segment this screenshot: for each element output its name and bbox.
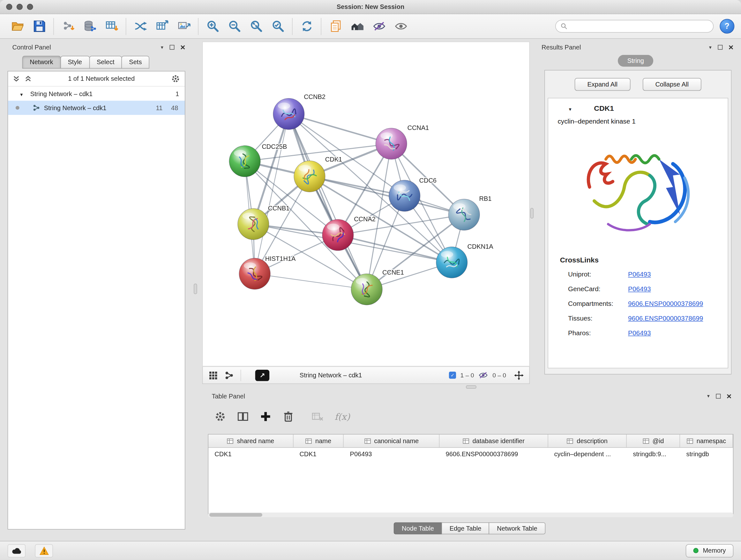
network-canvas[interactable]: CCNB2CCNA1CDC25BCDK1CDC6RB1CCNB1CCNA2CDK… xyxy=(202,42,530,366)
table-panel-title: Table Panel xyxy=(204,393,245,400)
function-builder-icon[interactable]: f(x) xyxy=(334,411,350,422)
show-columns-icon[interactable] xyxy=(237,411,249,422)
help-button[interactable] xyxy=(720,19,734,34)
scrollbar-track[interactable] xyxy=(208,512,734,517)
cloud-icon[interactable] xyxy=(8,544,25,557)
network-node-CCNA2[interactable] xyxy=(322,219,354,251)
column-header-namespac[interactable]: namespac xyxy=(680,435,733,447)
tab-select[interactable]: Select xyxy=(89,56,122,69)
search-box[interactable] xyxy=(555,20,714,33)
tab-edge-table[interactable]: Edge Table xyxy=(441,522,489,534)
table-row[interactable]: CDK1CDK1P064939606.ENSP00000378699cyclin… xyxy=(208,448,733,460)
panel-float-icon[interactable] xyxy=(716,394,721,399)
crosslink-genecard-link[interactable]: P06493 xyxy=(628,285,651,293)
table-cell[interactable]: CDK1 xyxy=(293,450,344,457)
selected-nodes-checkbox[interactable] xyxy=(449,372,456,379)
table-cell[interactable]: P06493 xyxy=(344,450,440,457)
panel-close-icon[interactable] xyxy=(727,394,732,399)
import-network-file-icon[interactable] xyxy=(57,16,79,36)
zoom-out-icon[interactable] xyxy=(223,16,245,36)
import-network-database-icon[interactable] xyxy=(79,16,100,36)
table-cell[interactable]: stringdb xyxy=(680,450,733,457)
crosslink-uniprot-link[interactable]: P06493 xyxy=(628,270,651,278)
collapse-all-button[interactable]: Collapse All xyxy=(643,78,701,91)
add-column-icon[interactable] xyxy=(260,411,271,422)
memory-button[interactable]: Memory xyxy=(686,544,733,557)
panel-menu-icon[interactable] xyxy=(160,45,164,50)
column-header-description[interactable]: description xyxy=(548,435,627,447)
network-node-CDC6[interactable] xyxy=(389,180,420,211)
new-network-icon[interactable] xyxy=(130,16,151,36)
tab-style[interactable]: Style xyxy=(60,56,90,69)
splitter-handle-left[interactable] xyxy=(194,284,197,294)
tree-expander-icon[interactable] xyxy=(19,90,23,97)
table-cell[interactable]: CDK1 xyxy=(208,450,293,457)
network-node-CCNA1[interactable] xyxy=(376,128,407,159)
birdseye-view-button[interactable] xyxy=(255,369,269,381)
crosslink-pharos-link[interactable]: P06493 xyxy=(628,329,651,336)
tab-network-table[interactable]: Network Table xyxy=(489,522,545,534)
delete-column-icon[interactable] xyxy=(283,411,294,422)
column-header-name[interactable]: name xyxy=(293,435,344,447)
hide-selected-eye-icon[interactable] xyxy=(368,16,390,36)
network-row-selected[interactable]: String Network – cdk1 11 48 xyxy=(8,101,185,115)
export-image-icon[interactable] xyxy=(173,16,195,36)
network-view-icon[interactable] xyxy=(224,370,234,380)
network-node-CDK1[interactable] xyxy=(294,161,325,192)
table-settings-gear-icon[interactable] xyxy=(214,411,226,422)
save-icon[interactable] xyxy=(28,16,50,36)
tab-network[interactable]: Network xyxy=(22,56,61,69)
zoom-in-icon[interactable] xyxy=(202,16,223,36)
network-node-RB1[interactable] xyxy=(448,199,480,230)
zoom-selected-icon[interactable] xyxy=(267,16,289,36)
splitter-handle-right[interactable] xyxy=(530,208,534,219)
refresh-icon[interactable] xyxy=(296,16,318,36)
panel-menu-icon[interactable] xyxy=(706,394,711,399)
crosslink-compartments-link[interactable]: 9606.ENSP00000378699 xyxy=(628,300,703,307)
table-cell[interactable]: stringdb:9... xyxy=(627,450,680,457)
network-node-CCNB1[interactable] xyxy=(238,208,269,240)
warning-icon[interactable] xyxy=(35,544,53,557)
panel-float-icon[interactable] xyxy=(718,45,723,50)
column-header-canonical-name[interactable]: canonical name xyxy=(344,435,440,447)
expand-all-icon[interactable] xyxy=(24,75,31,82)
hidden-eye-icon[interactable] xyxy=(478,372,488,379)
pan-move-icon[interactable] xyxy=(510,370,523,380)
column-header-shared-name[interactable]: shared name xyxy=(208,435,293,447)
horizontal-scrollbar[interactable] xyxy=(208,512,734,517)
panel-close-icon[interactable] xyxy=(729,45,734,50)
table-cell[interactable]: cyclin–dependent ... xyxy=(548,450,627,457)
network-node-CDKN1A[interactable] xyxy=(436,247,468,278)
tab-sets[interactable]: Sets xyxy=(122,56,149,69)
splitter-handle-bottom[interactable] xyxy=(466,385,476,388)
tab-node-table[interactable]: Node Table xyxy=(394,522,442,534)
network-node-HIST1H1A[interactable] xyxy=(239,258,270,290)
network-graph[interactable]: CCNB2CCNA1CDC25BCDK1CDC6RB1CCNB1CCNA2CDK… xyxy=(203,42,529,366)
home-icon[interactable] xyxy=(346,16,368,36)
zoom-fit-icon[interactable] xyxy=(246,16,267,36)
crosslink-tissues-link[interactable]: 9606.ENSP00000378699 xyxy=(628,314,703,322)
show-all-eye-icon[interactable] xyxy=(390,16,412,36)
column-header--id[interactable]: @id xyxy=(627,435,680,447)
panel-float-icon[interactable] xyxy=(170,45,175,50)
import-table-icon[interactable] xyxy=(100,16,122,36)
scrollbar-thumb[interactable] xyxy=(209,513,262,517)
table-cell[interactable]: 9606.ENSP00000378699 xyxy=(440,450,548,457)
network-node-CDC25B[interactable] xyxy=(229,145,260,177)
gear-icon[interactable] xyxy=(171,74,180,83)
network-node-CCNB2[interactable] xyxy=(273,98,305,130)
grid-view-icon[interactable] xyxy=(208,370,218,380)
search-input[interactable] xyxy=(571,22,709,30)
panel-menu-icon[interactable] xyxy=(708,45,712,50)
gene-collapse-icon[interactable] xyxy=(568,105,572,112)
folder-open-icon[interactable] xyxy=(7,16,28,36)
column-header-database-identifier[interactable]: database identifier xyxy=(440,435,548,447)
expand-all-button[interactable]: Expand All xyxy=(575,78,630,91)
panel-close-icon[interactable] xyxy=(180,45,185,50)
annotations-icon[interactable] xyxy=(325,16,346,36)
new-table-icon[interactable] xyxy=(151,16,173,36)
network-node-CCNE1[interactable] xyxy=(351,273,382,305)
collapse-all-icon[interactable] xyxy=(13,75,20,82)
tab-string[interactable]: String xyxy=(618,55,653,67)
network-collection-row[interactable]: String Network – cdk1 1 xyxy=(8,86,185,101)
